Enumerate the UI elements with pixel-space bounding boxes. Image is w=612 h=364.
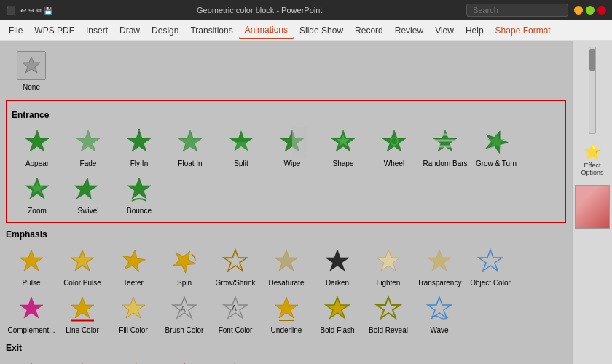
anim-fly-in[interactable]: Fly In — [114, 123, 165, 170]
anim-float-in[interactable]: Float In — [165, 123, 216, 170]
svg-marker-35 — [275, 250, 298, 271]
anim-exit-5[interactable] — [210, 356, 261, 364]
emphasis-grid: Pulse Color Pulse — [6, 242, 566, 337]
anim-bold-reveal[interactable]: Bold Reveal — [363, 290, 414, 337]
slide-thumbnail — [575, 185, 610, 229]
exit-section: Exit — [6, 343, 566, 364]
maximize-button[interactable] — [586, 6, 595, 15]
menu-shape-format[interactable]: Shape Format — [490, 23, 557, 39]
anim-brush-color[interactable]: A Brush Color — [159, 290, 210, 337]
lighten-label: Lighten — [377, 279, 401, 287]
anim-exit-1[interactable] — [6, 356, 57, 364]
menu-insert[interactable]: Insert — [80, 23, 114, 39]
font-color-label: Font Color — [219, 326, 253, 334]
svg-rect-13 — [292, 127, 307, 157]
svg-marker-31 — [120, 248, 147, 272]
menu-wps-pdf[interactable]: WPS PDF — [28, 23, 80, 39]
anim-underline[interactable]: Underline — [261, 290, 312, 337]
exit-grid — [6, 356, 566, 364]
scrollbar-thumb[interactable] — [589, 49, 595, 71]
darken-label: Darken — [326, 279, 349, 287]
zoom-label: Zoom — [28, 207, 47, 215]
svg-marker-40 — [20, 297, 43, 318]
anim-grow-turn[interactable]: Grow & Turn — [471, 123, 522, 170]
menu-review[interactable]: Review — [389, 23, 429, 39]
anim-teeter[interactable]: Teeter — [108, 242, 159, 290]
entrance-section: Entrance Appear — [6, 100, 566, 223]
anim-grow-shrink[interactable]: Grow/Shrink — [210, 242, 261, 290]
menu-view[interactable]: View — [429, 23, 460, 39]
anim-fill-color[interactable]: Fill Color — [108, 290, 159, 337]
menu-draw[interactable]: Draw — [114, 23, 146, 39]
svg-marker-55 — [119, 360, 147, 364]
svg-marker-36 — [326, 250, 349, 271]
none-star — [17, 51, 46, 80]
anim-wave[interactable]: Wave — [414, 290, 465, 337]
float-in-label: Float In — [178, 159, 202, 167]
anim-swivel[interactable]: Swivel — [63, 170, 114, 218]
svg-marker-3 — [76, 130, 100, 151]
anim-wipe[interactable]: Wipe — [267, 123, 318, 170]
title-bar-center: Geometric color block - PowerPoint — [52, 6, 466, 15]
effect-options-button[interactable]: ⭐ EffectOptions — [581, 143, 603, 176]
svg-marker-4 — [128, 130, 151, 151]
anim-transparency[interactable]: Transparency — [414, 242, 465, 290]
grow-turn-label: Grow & Turn — [476, 159, 517, 167]
menu-help[interactable]: Help — [460, 23, 490, 39]
anim-bounce[interactable]: Bounce — [114, 170, 165, 218]
swivel-label: Swivel — [78, 207, 99, 215]
shape-label: Shape — [333, 159, 354, 167]
anim-appear[interactable]: Appear — [12, 123, 63, 170]
anim-color-pulse[interactable]: Color Pulse — [57, 242, 108, 290]
menu-file[interactable]: File — [3, 23, 28, 39]
anim-complement[interactable]: Complement... — [6, 290, 57, 337]
app-icon: ⬛ — [6, 6, 16, 15]
anim-none[interactable]: None — [6, 47, 57, 94]
scrollbar-track[interactable] — [589, 47, 596, 134]
anim-line-color[interactable]: Line Color — [57, 290, 108, 337]
exit-label: Exit — [6, 343, 566, 353]
anim-exit-3[interactable] — [108, 356, 159, 364]
anim-exit-4[interactable] — [159, 356, 210, 364]
anim-wheel[interactable]: Wheel — [369, 123, 420, 170]
anim-desaturate[interactable]: Desaturate — [261, 242, 312, 290]
anim-shape[interactable]: Shape — [318, 123, 369, 170]
search-input[interactable] — [466, 4, 568, 17]
minimize-button[interactable] — [574, 6, 583, 15]
emphasis-label: Emphasis — [6, 229, 566, 240]
bounce-label: Bounce — [127, 207, 152, 215]
anim-object-color[interactable]: Object Color — [465, 242, 516, 290]
anim-darken[interactable]: Darken — [312, 242, 363, 290]
bold-flash-label: Bold Flash — [320, 326, 354, 334]
anim-split[interactable]: Split — [216, 123, 267, 170]
anim-bold-flash[interactable]: Bold Flash — [312, 290, 363, 337]
anim-zoom[interactable]: Zoom — [12, 170, 63, 218]
anim-random-bars[interactable]: Random Bars — [420, 123, 471, 170]
none-section: None — [6, 47, 566, 94]
svg-marker-16 — [382, 130, 406, 151]
anim-spin[interactable]: Spin — [159, 242, 210, 290]
anim-exit-2[interactable] — [57, 356, 108, 364]
random-bars-label: Random Bars — [423, 159, 467, 167]
emphasis-section: Emphasis Pulse — [6, 229, 566, 337]
menu-slide-show[interactable]: Slide Show — [294, 23, 349, 39]
entrance-label: Entrance — [12, 110, 560, 120]
menu-transitions[interactable]: Transitions — [184, 23, 238, 39]
menu-record[interactable]: Record — [349, 23, 389, 39]
window-title: Geometric color block - PowerPoint — [197, 6, 322, 15]
anim-pulse[interactable]: Pulse — [6, 242, 57, 290]
anim-font-color[interactable]: A Font Color — [210, 290, 261, 337]
bold-reveal-label: Bold Reveal — [369, 326, 408, 334]
svg-text:A: A — [232, 304, 237, 312]
fly-in-label: Fly In — [130, 159, 148, 167]
animation-panel: None Entrance Appear — [0, 41, 572, 364]
spin-label: Spin — [177, 279, 192, 287]
pulse-label: Pulse — [22, 279, 40, 287]
fill-color-label: Fill Color — [119, 326, 147, 334]
menu-design[interactable]: Design — [146, 23, 184, 39]
close-button[interactable] — [597, 6, 606, 15]
menu-animations[interactable]: Animations — [239, 22, 294, 39]
entrance-grid: Appear Fade — [12, 123, 560, 218]
anim-fade[interactable]: Fade — [63, 123, 114, 170]
anim-lighten[interactable]: Lighten — [363, 242, 414, 290]
